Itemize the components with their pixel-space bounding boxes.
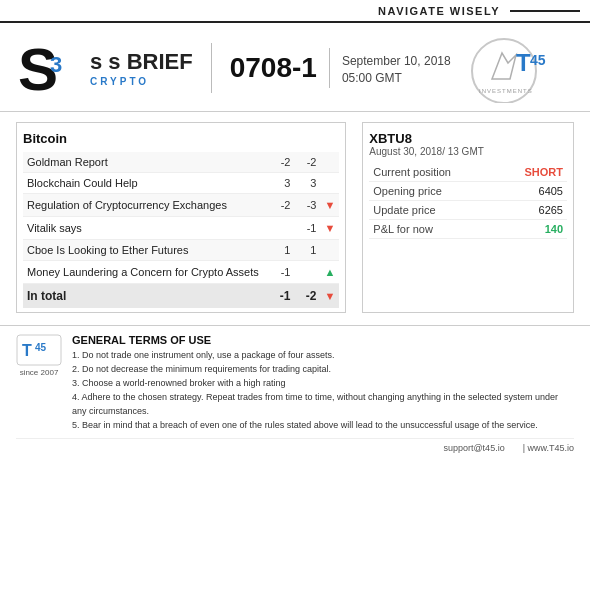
header-date: September 10, 2018 <box>342 51 451 71</box>
xbtu-table: Current position SHORT Opening price 640… <box>369 163 567 239</box>
brief-title-block: s s BRIEF CRYPTO <box>90 49 193 86</box>
header-time: 05:00 GMT <box>342 71 451 85</box>
since-label: since 2007 <box>20 368 59 377</box>
crypto-label: CRYPTO <box>90 76 193 87</box>
list-item: Opening price 6405 <box>369 182 567 201</box>
svg-text:45: 45 <box>530 52 546 68</box>
terms-title: GENERAL TERMS OF USE <box>72 334 574 346</box>
xbtu-panel: XBTU8 August 30, 2018/ 13 GMT Current po… <box>362 122 574 313</box>
brief-word: s BRIEF <box>108 49 192 74</box>
navigate-wisely-label: NAVIGATE WISELY <box>378 5 500 17</box>
footer: T 45 since 2007 GENERAL TERMS OF USE 1. … <box>0 325 590 459</box>
bitcoin-panel: Bitcoin Goldman Report -2 -2 Blockchain … <box>16 122 346 313</box>
edition-number: 0708-1 <box>230 54 317 82</box>
terms-item: 2. Do not decrease the minimum requireme… <box>72 363 574 377</box>
footer-t45-badge: T 45 since 2007 <box>16 334 62 377</box>
svg-text:45: 45 <box>35 342 47 353</box>
xbtu-ticker: XBTU8 <box>369 131 567 146</box>
list-item: Current position SHORT <box>369 163 567 182</box>
svg-text:3: 3 <box>50 52 62 77</box>
svg-text:INVESTMENTS: INVESTMENTS <box>479 88 533 94</box>
svg-text:T: T <box>22 342 32 359</box>
xbtu-date: August 30, 2018/ 13 GMT <box>369 146 567 157</box>
table-row: Blockchain Could Help 3 3 <box>23 173 339 194</box>
t45-logo: T 45 INVESTMENTS <box>464 33 574 103</box>
top-bar-line <box>510 10 580 12</box>
list-item: Update price 6265 <box>369 201 567 220</box>
terms-item: 3. Choose a world-renowned broker with a… <box>72 377 574 391</box>
bitcoin-table: Goldman Report -2 -2 Blockchain Could He… <box>23 152 339 308</box>
brief-s-letter: s <box>90 49 108 74</box>
total-row: In total -1 -2 ▼ <box>23 284 339 309</box>
list-item: P&L for now 140 <box>369 220 567 239</box>
table-row: Goldman Report -2 -2 <box>23 152 339 173</box>
website-label: | www.T45.io <box>523 443 574 453</box>
table-row: Vitalik says -1 ▼ <box>23 217 339 240</box>
table-row: Cboe Is Looking to Ether Futures 1 1 <box>23 240 339 261</box>
terms-item: 1. Do not trade one instrument only, use… <box>72 349 574 363</box>
contact-email: support@t45.io <box>443 443 504 453</box>
terms-item: 4. Adhere to the chosen strategy. Repeat… <box>72 391 574 419</box>
table-row: Regulation of Cryptocurrency Exchanges -… <box>23 194 339 217</box>
bitcoin-title: Bitcoin <box>23 131 339 146</box>
terms-list: 1. Do not trade one instrument only, use… <box>72 349 574 433</box>
table-row: Money Laundering a Concern for Crypto As… <box>23 261 339 284</box>
svg-text:T: T <box>516 49 531 76</box>
terms-item: 5. Bear in mind that a breach of even on… <box>72 419 574 433</box>
s-logo: S 3 <box>16 36 80 100</box>
